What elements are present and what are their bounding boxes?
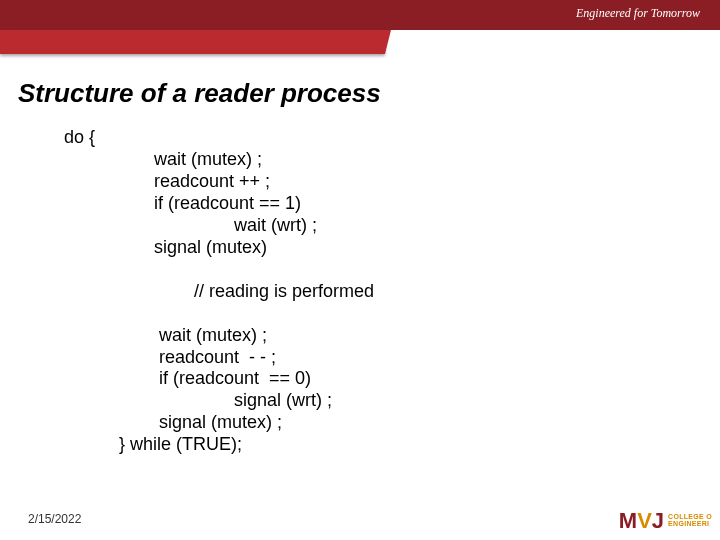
code-line: signal (mutex): [64, 237, 702, 259]
header-tagline: Engineered for Tomorrow: [576, 6, 700, 21]
code-line: readcount ++ ;: [64, 171, 702, 193]
code-line: wait (mutex) ;: [64, 149, 702, 171]
code-line: signal (wrt) ;: [64, 390, 702, 412]
logo-text-line2: ENGINEERI: [668, 520, 709, 527]
code-block: do { wait (mutex) ; readcount ++ ; if (r…: [64, 127, 702, 456]
code-line: [64, 303, 702, 325]
slide-title: Structure of a reader process: [18, 78, 702, 109]
code-line: // reading is performed: [64, 281, 702, 303]
logo-text: COLLEGE O ENGINEERI: [668, 514, 712, 527]
header-tab: [0, 30, 385, 54]
code-line: wait (wrt) ;: [64, 215, 702, 237]
code-line: [64, 259, 702, 281]
code-line: } while (TRUE);: [64, 434, 702, 456]
code-line: if (readcount == 1): [64, 193, 702, 215]
logo-mark: MVJ: [619, 510, 664, 532]
slide-content: Structure of a reader process do { wait …: [18, 78, 702, 456]
footer-date: 2/15/2022: [28, 512, 81, 526]
code-line: readcount - - ;: [64, 347, 702, 369]
code-line: signal (mutex) ;: [64, 412, 702, 434]
footer-logo: MVJ COLLEGE O ENGINEERI: [619, 510, 712, 532]
header-bar: Engineered for Tomorrow: [0, 0, 720, 30]
code-line: wait (mutex) ;: [64, 325, 702, 347]
code-line: do {: [64, 127, 702, 149]
header-tab-notch: [385, 30, 391, 54]
code-line: if (readcount == 0): [64, 368, 702, 390]
